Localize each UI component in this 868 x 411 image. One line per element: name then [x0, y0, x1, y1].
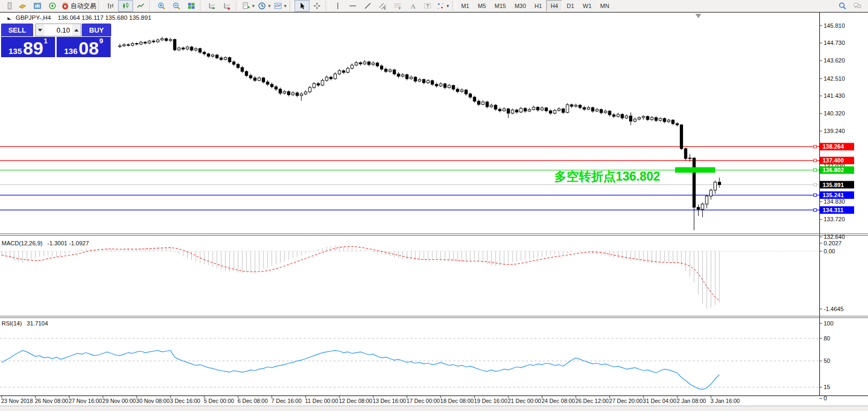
turning-point-annotation[interactable]: 多空转折点136.802 [554, 169, 660, 183]
candlestick-chart-icon[interactable] [118, 0, 133, 12]
svg-text:139.240: 139.240 [824, 128, 845, 134]
channel-icon[interactable]: E [375, 0, 390, 12]
search-icon[interactable] [835, 0, 850, 12]
label-icon[interactable]: T [420, 0, 435, 12]
svg-text:145.810: 145.810 [824, 22, 845, 29]
svg-text:143.620: 143.620 [824, 57, 845, 64]
text-icon[interactable]: A [405, 0, 420, 12]
window-bottom-edge [0, 406, 868, 411]
alerts-icon[interactable] [45, 0, 60, 12]
svg-text:12 Dec 08:00: 12 Dec 08:00 [339, 398, 373, 404]
buy-price-panel[interactable]: 136 08 9 [57, 37, 111, 57]
level-drag-handle[interactable] [814, 159, 817, 162]
fibonacci-icon[interactable]: F [390, 0, 405, 12]
svg-text:7 Dec 16:00: 7 Dec 16:00 [272, 398, 302, 404]
chevron-down-icon[interactable]: ▼ [446, 4, 450, 9]
svg-text:50: 50 [824, 358, 830, 364]
svg-text:27 Nov 16:00: 27 Nov 16:00 [68, 398, 102, 404]
chat-icon[interactable] [850, 0, 865, 12]
timeframe-m1-button[interactable]: M1 [457, 0, 474, 12]
tile-windows-icon[interactable] [184, 0, 199, 12]
toolbar-separator [452, 1, 456, 11]
svg-text:31 Dec 04:00: 31 Dec 04:00 [643, 398, 677, 404]
chart-window-icon[interactable] [30, 0, 45, 12]
rsi-indicator-label: RSI(14) 31.7104 [2, 320, 48, 327]
svg-text:24 Dec 08:00: 24 Dec 08:00 [541, 398, 575, 404]
zoom-in-icon[interactable] [154, 0, 169, 12]
one-click-trading-panel: SELL 0.10 BUY 135 89 1 136 08 9 [1, 24, 111, 57]
toolbar-separator [200, 1, 204, 11]
buy-button[interactable]: BUY [82, 24, 111, 36]
sell-button[interactable]: SELL [1, 24, 33, 36]
templates-icon[interactable]: ▼ [273, 0, 289, 12]
chart-shift-marker[interactable] [695, 14, 701, 18]
price-label: 136.802 [823, 167, 844, 173]
chart-window-icon [7, 17, 11, 20]
horizontal-line-icon[interactable] [345, 0, 360, 12]
svg-text:E: E [384, 6, 386, 10]
indicators-icon[interactable]: ▼ [241, 0, 257, 12]
price-label: 138.264 [823, 143, 844, 150]
new-order-icon[interactable] [15, 0, 30, 12]
svg-text:29 Nov 00:00: 29 Nov 00:00 [103, 398, 136, 404]
symbol-period-label: GBPJPY-,H4 [15, 14, 51, 21]
chevron-down-icon[interactable]: ▼ [283, 4, 288, 9]
level-drag-handle[interactable] [814, 183, 817, 186]
zoom-out-icon[interactable] [169, 0, 184, 12]
svg-text:140.320: 140.320 [824, 110, 845, 117]
svg-text:0.00: 0.00 [824, 248, 835, 254]
macd-indicator-label: MACD(12,26,9) -1.3001 -1.0927 [2, 240, 89, 246]
volume-decrease-button[interactable] [36, 24, 44, 36]
candlestick-series [119, 37, 721, 230]
clipped-icon[interactable] [0, 0, 15, 12]
chart-canvas[interactable]: 多空转折点136.802145.810144.730143.620142.510… [0, 0, 868, 411]
toolbar-separator [290, 1, 293, 11]
timeframe-m15-button[interactable]: M15 [490, 0, 510, 12]
timeframe-h4-button[interactable]: H4 [546, 0, 562, 12]
chevron-down-icon[interactable]: ▼ [251, 4, 255, 9]
turning-point-highlight[interactable] [675, 167, 715, 173]
line-chart-icon[interactable] [133, 0, 148, 12]
vertical-line-icon[interactable] [330, 0, 345, 12]
svg-text:A: A [410, 2, 416, 10]
chevron-down-icon[interactable]: ▼ [267, 4, 272, 9]
mt4-terminal: 自动交易▼▼▼EFAT▼M1M5M15M30H1H4D1W1MN 多空转折点13… [0, 0, 868, 411]
svg-text:19 Dec 16:00: 19 Dec 16:00 [474, 398, 508, 404]
timeframe-m5-button[interactable]: M5 [474, 0, 490, 12]
svg-text:80: 80 [824, 335, 830, 342]
cursor-icon[interactable] [294, 0, 309, 12]
arrows-icon[interactable]: ▼ [435, 0, 451, 12]
trendline-icon[interactable] [360, 0, 375, 12]
crosshair-icon[interactable] [309, 0, 324, 12]
svg-text:F: F [399, 6, 401, 10]
price-label: 134.311 [823, 207, 843, 213]
level-drag-handle[interactable] [814, 208, 817, 211]
svg-text:134.830: 134.830 [824, 198, 845, 205]
svg-text:3 Jan 16:00: 3 Jan 16:00 [710, 398, 740, 404]
horizontal-level-lines[interactable] [0, 146, 819, 210]
timeframe-m30-button[interactable]: M30 [510, 0, 530, 12]
time-axis[interactable]: 23 Nov 201826 Nov 08:0027 Nov 16:0029 No… [1, 396, 740, 404]
timeframe-mn-button[interactable]: MN [596, 0, 614, 12]
level-drag-handle[interactable] [814, 194, 817, 197]
svg-text:3 Dec 16:00: 3 Dec 16:00 [170, 398, 200, 404]
timeframe-w1-button[interactable]: W1 [578, 0, 596, 12]
svg-text:26 Nov 08:00: 26 Nov 08:00 [35, 398, 68, 404]
volume-stepper: 0.10 [35, 24, 81, 36]
timeframe-h1-button[interactable]: H1 [530, 0, 546, 12]
svg-text:0.2027: 0.2027 [824, 240, 842, 246]
level-drag-handle[interactable] [814, 145, 817, 148]
level-drag-handle[interactable] [814, 169, 817, 172]
volume-field[interactable]: 0.10 [44, 26, 72, 34]
bar-chart-icon[interactable] [103, 0, 118, 12]
volume-increase-button[interactable] [72, 24, 81, 36]
sell-price-panel[interactable]: 135 89 1 [1, 37, 55, 57]
timeframe-d1-button[interactable]: D1 [562, 0, 578, 12]
autotrading-icon[interactable]: 自动交易 [60, 0, 97, 12]
svg-text:13 Dec 16:00: 13 Dec 16:00 [373, 398, 406, 404]
svg-text:T: T [426, 3, 429, 9]
periods-icon[interactable]: ▼ [257, 0, 273, 12]
profile-back-icon[interactable] [220, 0, 235, 12]
price-label: 135.891 [823, 182, 844, 188]
profile-forward-icon[interactable] [205, 0, 220, 12]
